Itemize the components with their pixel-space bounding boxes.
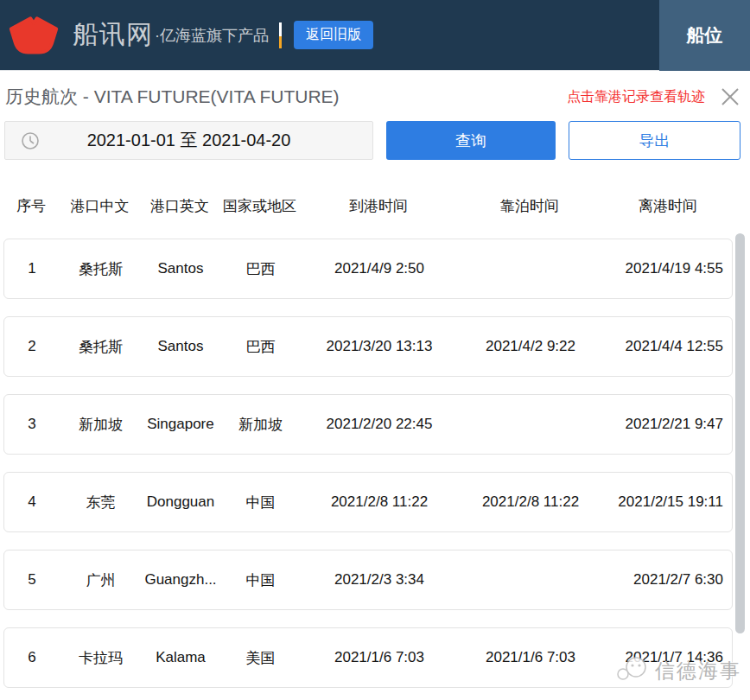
cell-departure-time: 2021/1/7 14:36: [604, 649, 732, 666]
cell-port-en: Santos: [142, 338, 219, 355]
cell-arrival-time: 2021/2/3 3:34: [302, 571, 457, 589]
cell-index: 4: [4, 493, 60, 511]
cell-port-cn: 广州: [60, 570, 142, 590]
cell-departure-time: 2021/4/4 12:55: [604, 338, 732, 355]
cell-country: 美国: [219, 648, 302, 668]
cell-port-en: Singapore: [142, 416, 219, 433]
brand-name: 船讯网: [73, 17, 153, 53]
header-divider: [279, 22, 282, 48]
voyage-row[interactable]: 6卡拉玛Kalama美国2021/1/6 7:032021/1/6 7:0320…: [3, 627, 733, 688]
col-header-port-cn: 港口中文: [59, 196, 141, 216]
brand-boat-logo-icon: [7, 13, 60, 58]
top-header: 船讯网 ·亿海蓝旗下产品 返回旧版 船位: [0, 0, 750, 71]
brand-suffix: ·亿海蓝旗下产品: [155, 25, 269, 46]
cell-berth-time: 2021/4/2 9:22: [457, 338, 604, 355]
view-track-hint-link[interactable]: 点击靠港记录查看轨迹: [567, 88, 705, 106]
export-button[interactable]: 导出: [569, 121, 740, 160]
cell-arrival-time: 2021/2/8 11:22: [302, 493, 457, 511]
cell-port-cn: 桑托斯: [60, 337, 142, 357]
cell-berth-time: 2021/2/8 11:22: [457, 493, 604, 511]
col-header-departure-time: 离港时间: [603, 196, 733, 216]
query-button[interactable]: 查询: [386, 121, 556, 160]
voyage-row[interactable]: 4东莞Dongguan中国2021/2/8 11:222021/2/8 11:2…: [3, 472, 733, 532]
cell-departure-time: 2021/4/19 4:55: [604, 260, 732, 277]
cell-index: 3: [4, 416, 60, 433]
voyage-row[interactable]: 2桑托斯Santos巴西2021/3/20 13:132021/4/2 9:22…: [3, 316, 733, 377]
scrollbar-thumb[interactable]: [735, 233, 745, 633]
back-to-old-version-button[interactable]: 返回旧版: [294, 21, 373, 49]
date-range-input[interactable]: 2021-01-01 至 2021-04-20: [4, 121, 373, 160]
cell-port-en: Santos: [142, 260, 219, 277]
history-voyage-window: 船讯网 ·亿海蓝旗下产品 返回旧版 船位 历史航次 - VITA FUTURE(…: [0, 0, 750, 700]
cell-arrival-time: 2021/4/9 2:50: [302, 260, 457, 277]
cell-country: 中国: [219, 493, 302, 512]
voyage-row[interactable]: 5广州Guangzh...中国2021/2/3 3:342021/2/7 6:3…: [3, 550, 733, 610]
col-header-index: 序号: [3, 196, 59, 216]
cell-index: 5: [4, 571, 60, 589]
cell-country: 新加坡: [219, 415, 302, 435]
cell-arrival-time: 2021/1/6 7:03: [302, 649, 457, 666]
cell-index: 6: [4, 649, 60, 666]
cell-port-en: Dongguan: [142, 493, 219, 511]
cell-port-en: Kalama: [142, 649, 219, 666]
col-header-arrival-time: 到港时间: [301, 196, 456, 216]
cell-port-en: Guangzh...: [142, 571, 219, 589]
cell-port-cn: 新加坡: [60, 415, 142, 435]
cell-arrival-time: 2021/2/20 22:45: [302, 416, 457, 433]
cell-departure-time: 2021/2/15 19:11: [604, 493, 732, 511]
voyage-list: 1桑托斯Santos巴西2021/4/9 2:502021/4/19 4:552…: [3, 239, 733, 688]
date-range-value: 2021-01-01 至 2021-04-20: [87, 129, 291, 152]
cell-arrival-time: 2021/3/20 13:13: [302, 338, 457, 355]
cell-port-cn: 卡拉玛: [60, 648, 142, 668]
close-icon[interactable]: [719, 86, 741, 108]
clock-icon: [21, 131, 40, 154]
cell-port-cn: 桑托斯: [60, 259, 142, 279]
cell-country: 巴西: [219, 259, 302, 279]
cell-country: 中国: [219, 570, 302, 590]
voyage-row[interactable]: 3新加坡Singapore新加坡2021/2/20 22:452021/2/21…: [3, 394, 733, 455]
table-header-row: 序号 港口中文 港口英文 国家或地区 到港时间 靠泊时间 离港时间: [3, 193, 733, 219]
col-header-berth-time: 靠泊时间: [456, 196, 603, 216]
page-title: 历史航次 - VITA FUTURE(VITA FUTURE): [5, 85, 340, 109]
cell-port-cn: 东莞: [60, 493, 142, 512]
cell-index: 2: [4, 338, 60, 355]
cell-country: 巴西: [219, 337, 302, 357]
query-controls: 2021-01-01 至 2021-04-20 查询 导出: [4, 121, 741, 160]
cell-berth-time: 2021/1/6 7:03: [457, 649, 604, 666]
col-header-port-en: 港口英文: [141, 196, 219, 216]
cell-departure-time: 2021/2/7 6:30: [604, 571, 732, 589]
cell-departure-time: 2021/2/21 9:47: [604, 416, 732, 433]
panel-title-row: 历史航次 - VITA FUTURE(VITA FUTURE) 点击靠港记录查看…: [5, 85, 741, 109]
cell-index: 1: [4, 260, 60, 277]
tab-ship-position[interactable]: 船位: [659, 0, 750, 71]
voyage-row[interactable]: 1桑托斯Santos巴西2021/4/9 2:502021/4/19 4:55: [3, 239, 733, 299]
col-header-country: 国家或地区: [219, 196, 301, 216]
